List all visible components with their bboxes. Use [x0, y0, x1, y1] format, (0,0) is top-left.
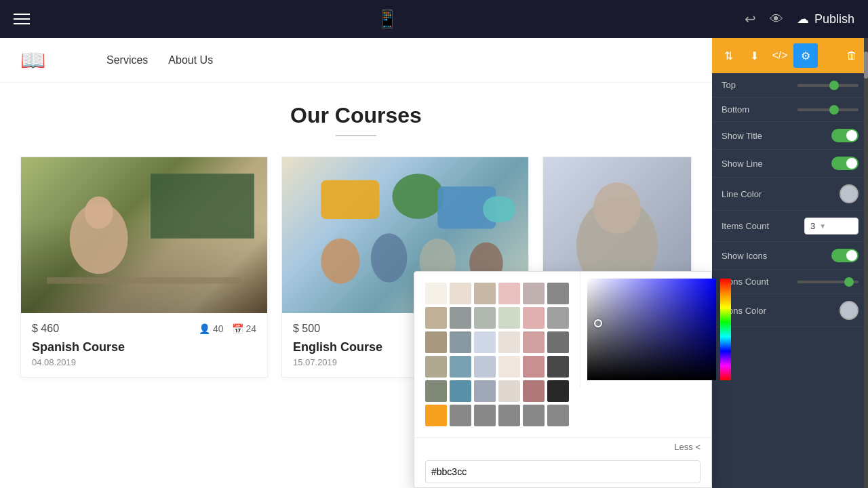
publish-button[interactable]: ☁ Publish: [797, 12, 854, 26]
line-color-control[interactable]: [840, 184, 859, 203]
icons-color-control[interactable]: [840, 301, 859, 320]
color-swatch-cell[interactable]: [474, 356, 496, 378]
show-line-label: Show Line: [722, 159, 831, 169]
color-swatch-cell[interactable]: [523, 356, 545, 378]
course-date: 04.08.2019: [32, 357, 256, 367]
line-color-swatch[interactable]: [840, 184, 859, 203]
less-button[interactable]: Less <: [414, 437, 711, 456]
color-spectrum-slider[interactable]: [720, 279, 731, 380]
top-slider[interactable]: [797, 84, 859, 87]
color-swatch-cell[interactable]: [498, 356, 520, 378]
price-amount: $ 500: [293, 323, 320, 335]
svg-point-9: [321, 239, 359, 284]
color-swatch-cell[interactable]: [498, 380, 520, 402]
chevron-down-icon: ▼: [819, 222, 826, 230]
icons-color-swatch[interactable]: [840, 301, 859, 320]
mobile-preview-icon[interactable]: 📱: [376, 9, 398, 30]
bottom-row: Bottom: [712, 98, 868, 122]
color-swatch-cell[interactable]: [498, 283, 520, 304]
code-icon: </>: [772, 49, 787, 62]
svg-rect-6: [392, 174, 443, 219]
color-swatch-cell[interactable]: [474, 405, 496, 426]
color-swatch-cell[interactable]: [425, 307, 447, 329]
color-swatch-cell[interactable]: [523, 405, 545, 426]
items-count-value: 3: [810, 221, 815, 231]
color-swatch-cell[interactable]: [498, 405, 520, 426]
color-swatch-cell[interactable]: [425, 380, 447, 402]
show-icons-toggle[interactable]: [831, 249, 859, 262]
color-swatch-cell[interactable]: [547, 331, 569, 353]
color-swatch-cell[interactable]: [425, 356, 447, 378]
bottom-slider-track[interactable]: [797, 108, 859, 111]
color-swatch-cell[interactable]: [450, 283, 471, 304]
color-swatch-cell[interactable]: [523, 283, 545, 304]
sort-tool-button[interactable]: ⇅: [716, 43, 741, 68]
price-amount: $ 460: [32, 323, 59, 335]
delete-tool-button[interactable]: 🗑: [840, 43, 864, 68]
items-count-row: Items Count 3 ▼: [712, 211, 868, 242]
show-title-label: Show Title: [722, 131, 831, 141]
color-swatch-cell[interactable]: [450, 307, 471, 329]
color-swatch-cell[interactable]: [474, 283, 496, 304]
nav-link-about[interactable]: About Us: [168, 54, 213, 66]
show-line-row: Show Line: [712, 150, 868, 178]
publish-label: Publish: [814, 12, 854, 26]
eye-icon[interactable]: 👁: [770, 12, 783, 27]
items-count-dropdown[interactable]: 3 ▼: [804, 218, 859, 235]
color-swatch-cell[interactable]: [547, 307, 569, 329]
icons-count-slider-track[interactable]: [797, 281, 859, 283]
show-title-toggle[interactable]: [831, 129, 859, 142]
show-line-toggle-switch[interactable]: [831, 157, 859, 170]
color-swatch-cell[interactable]: [450, 405, 471, 426]
color-swatch-cell[interactable]: [498, 331, 520, 353]
scrollbar[interactable]: [864, 38, 868, 488]
color-swatch-cell[interactable]: [425, 405, 447, 426]
nav-link-services[interactable]: Services: [106, 54, 148, 66]
course-card-image-1: [21, 157, 267, 313]
color-swatch-cell[interactable]: [547, 380, 569, 402]
bottom-slider[interactable]: [797, 108, 859, 111]
hamburger-menu[interactable]: [14, 14, 30, 24]
color-swatch-cell[interactable]: [450, 356, 471, 378]
color-swatch-cell[interactable]: [523, 307, 545, 329]
svg-point-4: [85, 197, 113, 229]
show-line-toggle[interactable]: [831, 157, 859, 170]
toolbar-right: ↩ 👁 ☁ Publish: [745, 11, 854, 27]
items-count-control[interactable]: 3 ▼: [804, 218, 859, 235]
color-gradient-area[interactable]: [587, 279, 716, 380]
color-swatch-cell[interactable]: [523, 380, 545, 402]
line-color-row: Line Color: [712, 178, 868, 211]
color-swatch-cell[interactable]: [547, 405, 569, 426]
color-swatch-cell[interactable]: [450, 331, 471, 353]
price-meta: 👤 40 📅 24: [199, 323, 256, 334]
color-swatch-cell[interactable]: [474, 307, 496, 329]
undo-icon[interactable]: ↩: [745, 11, 756, 27]
download-tool-button[interactable]: ⬇: [742, 43, 766, 68]
hex-color-input[interactable]: [425, 460, 701, 483]
color-swatch-cell[interactable]: [498, 307, 520, 329]
settings-tool-button[interactable]: ⚙: [793, 43, 818, 68]
color-swatch-cell[interactable]: [474, 331, 496, 353]
top-row: Top: [712, 73, 868, 98]
show-icons-label: Show Icons: [722, 251, 831, 261]
color-swatch-cell[interactable]: [547, 356, 569, 378]
gradient-thumb[interactable]: [594, 319, 602, 327]
show-title-toggle-switch[interactable]: [831, 129, 859, 142]
scroll-thumb[interactable]: [864, 52, 868, 79]
bottom-label: Bottom: [722, 104, 797, 115]
icons-count-slider[interactable]: [797, 281, 859, 283]
color-swatch-cell[interactable]: [547, 283, 569, 304]
color-swatch-cell[interactable]: [450, 380, 471, 402]
color-swatch-cell[interactable]: [523, 331, 545, 353]
show-icons-toggle-switch[interactable]: [831, 249, 859, 262]
color-swatch-cell[interactable]: [425, 283, 447, 304]
logo[interactable]: 📖: [20, 48, 45, 72]
top-slider-track[interactable]: [797, 84, 859, 87]
trash-icon: 🗑: [846, 49, 857, 62]
color-swatch-cell[interactable]: [474, 380, 496, 402]
cloud-upload-icon: ☁: [797, 12, 809, 26]
color-swatch-cell[interactable]: [425, 331, 447, 353]
main-area: 📖 Services About Us Our Courses: [0, 38, 868, 488]
code-tool-button[interactable]: </>: [768, 43, 792, 68]
course-card[interactable]: $ 460 👤 40 📅 24 Spanish Course 04.08.201…: [20, 157, 268, 378]
